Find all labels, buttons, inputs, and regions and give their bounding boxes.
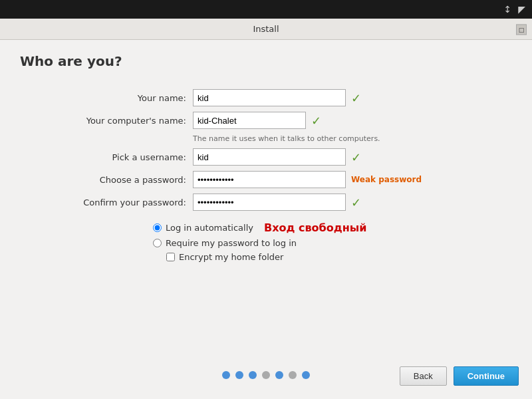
installer-window: Install □ Who are you? Your name: ✓ Your… (0, 19, 532, 399)
window-title: Install (253, 24, 279, 34)
encrypt-checkbox[interactable] (166, 253, 175, 261)
continue-button[interactable]: Continue (454, 366, 519, 386)
top-bar: ↕ ◤ (0, 0, 532, 19)
username-label: Pick a username: (60, 152, 193, 162)
your-name-row: Your name: ✓ (60, 89, 512, 106)
confirm-password-input[interactable] (193, 194, 346, 211)
free-entry-label: Вход свободный (264, 221, 366, 234)
username-check-icon: ✓ (351, 150, 361, 164)
login-auto-label[interactable]: Log in automatically (166, 223, 253, 233)
window-restore-button[interactable]: □ (516, 24, 527, 35)
computer-name-row: Your computer's name: ✓ (60, 112, 512, 129)
password-label: Choose a password: (60, 175, 193, 185)
your-name-input[interactable] (193, 89, 346, 106)
window-controls: □ (516, 23, 527, 35)
title-bar: Install □ (0, 19, 532, 40)
confirm-password-check-icon: ✓ (351, 196, 361, 209)
progress-dots (222, 371, 310, 379)
login-auto-radio[interactable] (153, 223, 162, 232)
weak-password-label: Weak password (351, 175, 422, 184)
computer-name-label: Your computer's name: (60, 116, 193, 126)
password-row: Choose a password: Weak password (60, 171, 512, 188)
your-name-check-icon: ✓ (351, 91, 361, 105)
login-options: Log in automatically Вход свободный Requ… (153, 221, 512, 262)
progress-dot-3 (249, 371, 257, 379)
progress-dot-2 (235, 371, 243, 379)
computer-name-hint: The name it uses when it talks to other … (193, 134, 512, 143)
require-password-label[interactable]: Require my password to log in (166, 238, 297, 248)
progress-dot-6 (289, 371, 297, 379)
main-content: Who are you? Your name: ✓ Your computer'… (0, 40, 532, 279)
progress-dot-4 (262, 371, 270, 379)
progress-dot-1 (222, 371, 230, 379)
your-name-label: Your name: (60, 93, 193, 103)
password-input[interactable] (193, 171, 346, 188)
login-auto-row: Log in automatically Вход свободный (153, 221, 512, 234)
confirm-password-label: Confirm your password: (60, 198, 193, 207)
require-password-row: Require my password to log in (153, 238, 512, 248)
username-input[interactable] (193, 148, 346, 166)
form-area: Your name: ✓ Your computer's name: ✓ The… (60, 89, 512, 216)
back-button[interactable]: Back (400, 366, 447, 386)
confirm-password-row: Confirm your password: ✓ (60, 194, 512, 211)
progress-dot-5 (275, 371, 283, 379)
network-icon: ↕ (503, 4, 511, 15)
encrypt-label[interactable]: Encrypt my home folder (179, 252, 283, 262)
progress-dot-7 (302, 371, 310, 379)
page-title: Who are you? (20, 53, 512, 69)
require-password-radio[interactable] (153, 239, 162, 247)
encrypt-row: Encrypt my home folder (166, 252, 512, 262)
computer-name-input[interactable] (193, 112, 306, 129)
battery-icon: ◤ (518, 4, 525, 15)
computer-name-check-icon: ✓ (311, 114, 321, 128)
bottom-buttons: Back Continue (400, 366, 519, 386)
username-row: Pick a username: ✓ (60, 148, 512, 166)
